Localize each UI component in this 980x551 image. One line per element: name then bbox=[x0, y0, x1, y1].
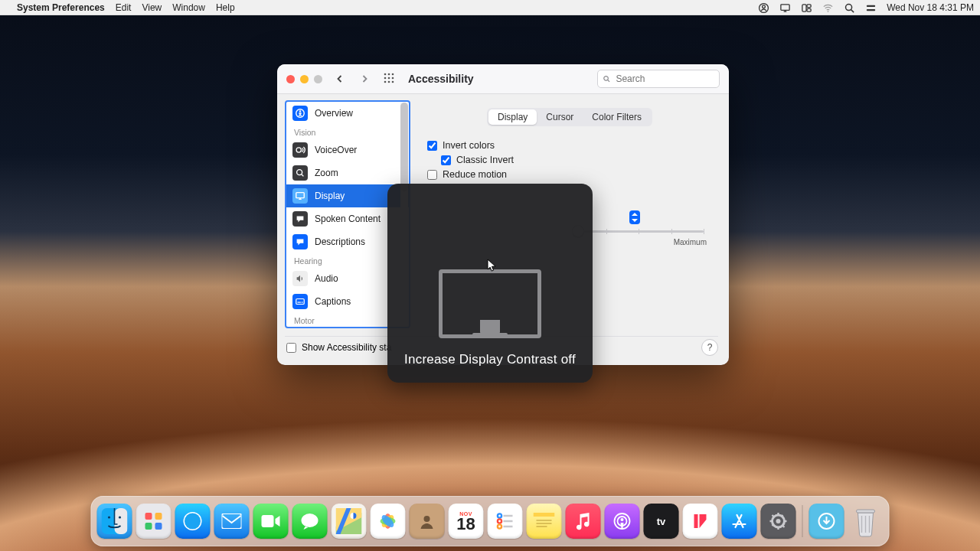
overview-icon bbox=[292, 106, 308, 121]
captions-icon bbox=[292, 294, 308, 309]
svg-point-23 bbox=[297, 170, 302, 175]
svg-rect-39 bbox=[262, 515, 274, 527]
menu-help[interactable]: Help bbox=[216, 2, 235, 13]
control-strip-icon[interactable] bbox=[865, 2, 877, 14]
dock-trash[interactable] bbox=[848, 504, 884, 539]
menu-edit[interactable]: Edit bbox=[116, 2, 132, 13]
sidebar-item-zoom[interactable]: Zoom bbox=[286, 161, 409, 184]
dock-app-mail[interactable] bbox=[214, 504, 250, 539]
wifi-icon[interactable] bbox=[822, 2, 834, 14]
svg-point-16 bbox=[384, 81, 387, 83]
dock: NOV18 tv bbox=[91, 496, 890, 546]
dock-app-messages[interactable] bbox=[292, 504, 328, 539]
checkbox-reduce-motion[interactable]: Reduce motion bbox=[427, 168, 712, 181]
dock-app-tv[interactable]: tv bbox=[644, 504, 679, 539]
dock-app-system-preferences[interactable] bbox=[761, 504, 796, 539]
svg-rect-9 bbox=[867, 8, 875, 10]
app-menu[interactable]: System Preferences bbox=[17, 2, 105, 13]
checkbox-invert-colors[interactable]: Invert colors bbox=[427, 139, 712, 152]
display-menu-icon[interactable] bbox=[779, 2, 791, 14]
svg-rect-33 bbox=[155, 513, 162, 520]
hud-display-stand bbox=[480, 320, 500, 334]
menu-bar: System Preferences Edit View Window Help… bbox=[0, 0, 980, 15]
back-button[interactable] bbox=[333, 72, 347, 86]
tab-color-filters[interactable]: Color Filters bbox=[583, 109, 651, 125]
svg-point-31 bbox=[119, 516, 121, 518]
svg-point-7 bbox=[846, 4, 852, 10]
show-all-button[interactable] bbox=[383, 72, 397, 86]
svg-rect-2 bbox=[781, 4, 789, 10]
dock-app-calendar[interactable]: NOV18 bbox=[449, 504, 484, 539]
dock-app-news[interactable] bbox=[683, 504, 718, 539]
dock-separator bbox=[802, 505, 803, 537]
spotlight-icon[interactable] bbox=[844, 2, 855, 14]
dock-app-appstore[interactable] bbox=[722, 504, 757, 539]
sidebar-item-label: VoiceOver bbox=[315, 145, 357, 155]
svg-point-19 bbox=[604, 77, 609, 81]
dock-app-podcasts[interactable] bbox=[605, 504, 640, 539]
svg-point-21 bbox=[299, 110, 301, 112]
dock-app-facetime[interactable] bbox=[253, 504, 289, 539]
window-titlebar: Accessibility bbox=[277, 64, 729, 94]
svg-point-40 bbox=[302, 514, 318, 527]
svg-point-6 bbox=[828, 11, 829, 12]
voiceover-icon bbox=[292, 142, 308, 158]
svg-rect-32 bbox=[145, 513, 152, 520]
value-stepper[interactable] bbox=[629, 210, 640, 224]
dock-app-contacts[interactable] bbox=[410, 504, 445, 539]
sidebar-scroll-thumb[interactable] bbox=[400, 103, 408, 191]
dock-app-notes[interactable] bbox=[527, 504, 562, 539]
dock-folder-downloads[interactable] bbox=[809, 504, 844, 539]
svg-rect-35 bbox=[155, 523, 162, 530]
svg-point-48 bbox=[498, 519, 501, 523]
sidebar-group-vision: Vision bbox=[286, 125, 409, 139]
tab-display[interactable]: Display bbox=[488, 109, 537, 125]
window-zoom-button bbox=[314, 75, 322, 83]
svg-point-14 bbox=[388, 77, 390, 80]
dock-app-finder[interactable] bbox=[97, 504, 132, 539]
sidebar-item-label: Spoken Content bbox=[315, 214, 381, 224]
sidebar-item-label: Overview bbox=[315, 108, 353, 119]
sidebar-item-voiceover[interactable]: VoiceOver bbox=[286, 139, 409, 161]
user-switch-icon[interactable] bbox=[758, 2, 769, 14]
window-minimize-button[interactable] bbox=[300, 75, 309, 83]
help-button[interactable]: ? bbox=[701, 339, 718, 356]
svg-rect-50 bbox=[534, 513, 555, 517]
window-close-button[interactable] bbox=[286, 75, 295, 83]
checkbox-show-accessibility-status[interactable]: Show Accessibility sta bbox=[286, 342, 391, 353]
svg-rect-25 bbox=[296, 299, 305, 305]
sidebar-item-label: Descriptions bbox=[315, 236, 365, 247]
dock-app-launchpad[interactable] bbox=[136, 504, 172, 539]
dock-app-reminders[interactable] bbox=[488, 504, 523, 539]
search-icon bbox=[603, 74, 610, 83]
sidebar-item-overview[interactable]: Overview bbox=[286, 102, 409, 125]
dock-app-safari[interactable] bbox=[175, 504, 211, 539]
svg-rect-26 bbox=[298, 302, 301, 302]
dock-app-music[interactable] bbox=[566, 504, 601, 539]
svg-rect-57 bbox=[857, 510, 875, 513]
svg-rect-38 bbox=[222, 514, 242, 529]
display-icon bbox=[292, 188, 308, 204]
search-field[interactable] bbox=[597, 70, 720, 88]
contrast-slider[interactable]: Maximum bbox=[573, 230, 704, 233]
svg-point-1 bbox=[763, 5, 766, 8]
tab-cursor[interactable]: Cursor bbox=[537, 109, 583, 125]
sidebar-item-label: Audio bbox=[315, 273, 338, 284]
svg-point-11 bbox=[388, 73, 390, 76]
svg-point-22 bbox=[296, 148, 301, 152]
svg-rect-29 bbox=[115, 508, 128, 534]
svg-point-30 bbox=[108, 516, 110, 518]
dock-app-photos[interactable] bbox=[371, 504, 406, 539]
slider-max-label: Maximum bbox=[674, 238, 707, 246]
menu-view[interactable]: View bbox=[142, 2, 162, 13]
menu-bar-clock[interactable]: Wed Nov 18 4:31 PM bbox=[887, 2, 974, 13]
forward-button bbox=[358, 72, 371, 86]
checkbox-classic-invert[interactable]: Classic Invert bbox=[441, 153, 712, 167]
search-input[interactable] bbox=[614, 73, 714, 85]
menu-window[interactable]: Window bbox=[172, 2, 205, 13]
svg-rect-3 bbox=[802, 4, 806, 11]
dock-app-maps[interactable] bbox=[332, 504, 367, 539]
spoken-content-icon bbox=[292, 211, 308, 227]
control-center-icon[interactable] bbox=[801, 2, 812, 14]
svg-rect-34 bbox=[145, 523, 152, 530]
